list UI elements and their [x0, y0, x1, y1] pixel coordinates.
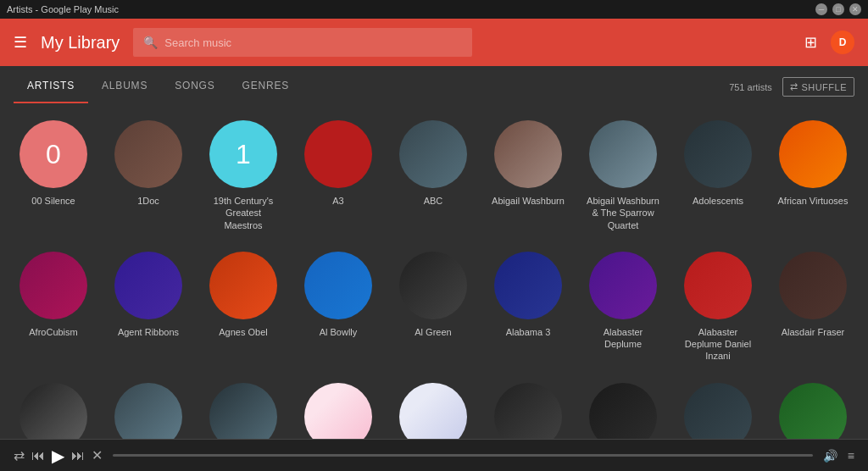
menu-icon[interactable]: ☰ — [14, 33, 27, 52]
artist-circle — [19, 383, 87, 439]
next-button[interactable]: ⏭ — [71, 448, 85, 463]
shuffle-player-button[interactable]: ⇄ — [14, 447, 25, 463]
progress-area — [113, 454, 813, 457]
tab-songs[interactable]: SONGS — [161, 69, 228, 103]
artist-name: Adolescents — [693, 195, 743, 207]
artist-name: 19th Century's Greatest Maestros — [205, 195, 281, 231]
artist-circle — [684, 120, 752, 188]
artist-name: Agent Ribbons — [118, 326, 179, 338]
app-title: My Library — [41, 33, 120, 53]
artist-name: AfroCubism — [29, 326, 77, 338]
artist-name: Agnes Obel — [219, 326, 267, 338]
artist-item[interactable]: Agent Ribbons — [102, 241, 195, 373]
artist-circle — [209, 252, 277, 319]
header-right: ⊞ D — [804, 30, 854, 54]
artist-item[interactable]: Amadou & Mariam — [671, 373, 765, 439]
artist-name: Alabama 3 — [506, 326, 551, 338]
minimize-button[interactable]: ─ — [815, 3, 827, 15]
artist-item[interactable]: ABC — [387, 110, 480, 241]
artist-name: 1Doc — [137, 195, 159, 207]
artist-item[interactable]: Alasdair Fraser — [766, 241, 860, 373]
artist-circle — [494, 252, 562, 319]
artist-item[interactable]: 1Doc — [102, 110, 195, 241]
artist-name: Alasdair Fraser — [782, 326, 845, 338]
artist-item[interactable]: Allen Toussaint — [387, 373, 480, 439]
shuffle-icon: ⇄ — [790, 81, 798, 92]
artist-circle — [114, 252, 182, 319]
artist-circle — [399, 252, 467, 319]
repeat-button[interactable]: ✕ — [92, 447, 103, 463]
play-button[interactable]: ▶ — [52, 446, 64, 466]
tabs-left: ARTISTS ALBUMS SONGS GENRES — [14, 69, 303, 103]
artist-circle — [209, 383, 277, 439]
artist-item[interactable]: Adolescents — [671, 110, 765, 241]
artist-circle — [114, 120, 182, 188]
artist-item[interactable]: Agnes Obel — [197, 241, 290, 373]
artist-item[interactable]: Alabama 3 — [481, 241, 575, 373]
artist-item[interactable]: African Virtuoses — [766, 110, 860, 241]
artist-circle: 1 — [209, 120, 277, 188]
artist-circle — [304, 383, 372, 439]
search-bar: 🔍 — [133, 28, 472, 57]
close-button[interactable]: ✕ — [849, 3, 861, 15]
volume-icon[interactable]: 🔊 — [823, 449, 837, 463]
prev-button[interactable]: ⏮ — [31, 448, 45, 463]
artist-item[interactable]: Alabaster Deplume Daniel Inzani — [671, 241, 765, 373]
artist-grid-container[interactable]: 000 Silence1Doc119th Century's Greatest … — [0, 103, 868, 439]
artist-circle: 0 — [19, 120, 87, 188]
artist-item[interactable]: The Alley Cats — [481, 373, 575, 439]
artist-name: A3 — [332, 195, 343, 207]
artist-circle — [589, 252, 657, 319]
artist-item[interactable]: Alabaster Deplume — [576, 241, 670, 373]
tab-albums[interactable]: ALBUMS — [88, 69, 161, 103]
window-title: Artists - Google Play Music — [7, 4, 119, 14]
maximize-button[interactable]: □ — [832, 3, 844, 15]
queue-icon[interactable]: ≡ — [848, 449, 854, 463]
player-bar: ⇄ ⏮ ▶ ⏭ ✕ 🔊 ≡ — [0, 439, 868, 471]
tabs-right: 751 artists ⇄ SHUFFLE — [729, 77, 854, 103]
artist-item[interactable]: A3 — [292, 110, 385, 241]
artist-name: 00 Silence — [31, 195, 75, 207]
grid-view-icon[interactable]: ⊞ — [804, 33, 817, 52]
artist-name: ABC — [424, 195, 443, 207]
artist-circle — [684, 252, 752, 319]
artist-item[interactable]: Abigail Washburn & The Sparrow Quartet — [576, 110, 670, 241]
artist-item[interactable]: Ali Farka Toure — [197, 373, 290, 439]
tab-genres[interactable]: GENRES — [229, 69, 303, 103]
artist-circle — [304, 252, 372, 319]
window-controls: ─ □ ✕ — [815, 3, 861, 15]
artist-circle — [304, 120, 372, 188]
artist-name: Al Green — [415, 326, 451, 338]
artist-item[interactable]: Alfred Brendel — [102, 373, 195, 439]
player-right: 🔊 ≡ — [823, 449, 854, 463]
artist-item[interactable]: Alice Bayo — [576, 373, 670, 439]
artist-circle — [589, 120, 657, 188]
tabs-bar: ARTISTS ALBUMS SONGS GENRES 751 artists … — [0, 66, 868, 103]
search-input[interactable] — [164, 36, 462, 49]
progress-bar[interactable] — [113, 454, 813, 457]
tab-artists[interactable]: ARTISTS — [14, 69, 88, 103]
artist-item[interactable]: Abigail Washburn — [481, 110, 575, 241]
artist-circle — [19, 252, 87, 319]
avatar[interactable]: D — [831, 30, 854, 54]
artist-item[interactable]: 000 Silence — [7, 110, 100, 241]
artist-item[interactable]: AfroCubism — [7, 241, 100, 373]
artist-circle — [779, 120, 847, 188]
artist-item[interactable]: Al Bowlly — [292, 241, 385, 373]
artist-circle — [494, 383, 562, 439]
artist-item[interactable]: Amenazouche — [766, 373, 860, 439]
artist-name: Alabaster Deplume — [585, 326, 661, 351]
artist-item[interactable]: Alison Krauss — [292, 373, 385, 439]
artist-circle — [684, 383, 752, 439]
artist-circle — [779, 252, 847, 319]
artist-name: Al Bowlly — [320, 326, 358, 338]
artist-circle — [779, 383, 847, 439]
title-bar: Artists - Google Play Music ─ □ ✕ — [0, 0, 868, 19]
artist-name: Abigail Washburn — [492, 195, 565, 207]
artist-item[interactable]: 119th Century's Greatest Maestros — [197, 110, 290, 241]
artist-grid: 000 Silence1Doc119th Century's Greatest … — [7, 110, 861, 439]
shuffle-button[interactable]: ⇄ SHUFFLE — [782, 77, 854, 97]
artist-item[interactable]: Albert King — [7, 373, 100, 439]
artist-item[interactable]: Al Green — [387, 241, 480, 373]
artist-circle — [399, 120, 467, 188]
